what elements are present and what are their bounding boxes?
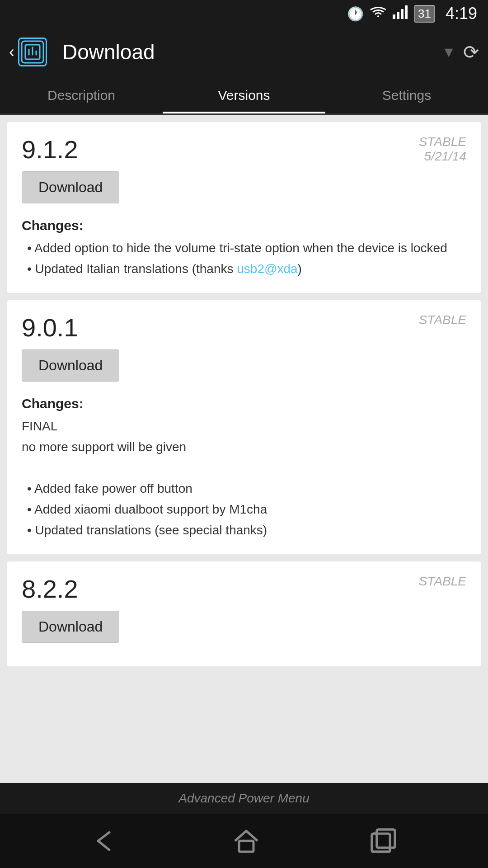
svg-rect-2 xyxy=(401,9,404,19)
version-badge-822: STABLE xyxy=(419,574,466,589)
refresh-icon[interactable]: ⟳ xyxy=(463,41,479,63)
nav-bar xyxy=(0,814,488,868)
versions-content: 9.1.2 STABLE 5/21/14 Download Changes: •… xyxy=(0,115,488,783)
app-name-label: Advanced Power Menu xyxy=(178,791,310,806)
battery-icon: 31 xyxy=(414,5,435,23)
version-number-901: 9.0.1 xyxy=(22,313,78,342)
change-901-2: • Added xiaomi dualboot support by M1cha xyxy=(22,500,466,519)
status-time: 4:19 xyxy=(446,4,477,23)
version-header-901: 9.0.1 STABLE xyxy=(22,313,466,342)
version-header-822: 8.2.2 STABLE xyxy=(22,574,466,604)
tabs-bar: Description Versions Settings xyxy=(0,77,488,115)
sort-icon: ▼ xyxy=(441,44,456,61)
nav-recents-button[interactable] xyxy=(370,827,397,854)
change-item-2: • Updated Italian translations (thanks u… xyxy=(22,259,466,278)
change-spacer xyxy=(22,458,466,477)
version-header-912: 9.1.2 STABLE 5/21/14 xyxy=(22,135,466,164)
changes-text-912: • Added option to hide the volume tri-st… xyxy=(22,239,466,278)
version-number-912: 9.1.2 xyxy=(22,135,78,164)
svg-rect-1 xyxy=(397,12,399,19)
change-item-1: • Added option to hide the volume tri-st… xyxy=(22,239,466,258)
svg-rect-6 xyxy=(239,841,253,852)
change-901-1: • Added fake power off button xyxy=(22,479,466,498)
change-nosupport: no more support will be given xyxy=(22,438,466,457)
wifi-icon xyxy=(370,5,386,22)
version-card-901: 9.0.1 STABLE Download Changes: FINAL no … xyxy=(7,300,481,554)
nav-back-button[interactable] xyxy=(91,829,123,854)
change-final: FINAL xyxy=(22,417,466,436)
nav-home-button[interactable] xyxy=(233,827,260,854)
tab-versions[interactable]: Versions xyxy=(163,77,325,113)
svg-rect-0 xyxy=(393,14,395,19)
download-button-912[interactable]: Download xyxy=(22,171,119,203)
app-icon xyxy=(18,38,47,66)
status-icons: 🕐 31 4:19 xyxy=(347,4,477,23)
status-bar: 🕐 31 4:19 xyxy=(0,0,488,27)
badge-stable-822: STABLE xyxy=(419,574,466,589)
version-card-822: 8.2.2 STABLE Download xyxy=(7,561,481,666)
usb2xda-link[interactable]: usb2@xda xyxy=(237,262,297,276)
svg-rect-9 xyxy=(377,830,395,848)
badge-date-912: 5/21/14 xyxy=(419,149,466,164)
tab-description[interactable]: Description xyxy=(0,77,163,113)
top-bar: ‹ Download ▼ ⟳ xyxy=(0,27,488,77)
badge-stable-901: STABLE xyxy=(419,313,466,327)
version-badge-901: STABLE xyxy=(419,313,466,327)
signal-icon xyxy=(393,5,408,22)
download-button-901[interactable]: Download xyxy=(22,349,119,382)
changes-title-901: Changes: xyxy=(22,396,466,411)
changes-title-912: Changes: xyxy=(22,218,466,233)
tab-settings[interactable]: Settings xyxy=(325,77,488,113)
page-title: Download xyxy=(62,40,441,64)
svg-rect-3 xyxy=(405,5,408,19)
back-icon[interactable]: ‹ xyxy=(9,38,47,66)
clock-icon: 🕐 xyxy=(347,6,364,22)
changes-section-912: Changes: • Added option to hide the volu… xyxy=(22,218,466,278)
version-badge-912: STABLE 5/21/14 xyxy=(419,135,466,164)
changes-section-901: Changes: FINAL no more support will be g… xyxy=(22,396,466,540)
changes-text-901: FINAL no more support will be given • Ad… xyxy=(22,417,466,540)
badge-stable-912: STABLE xyxy=(419,135,466,149)
version-number-822: 8.2.2 xyxy=(22,574,78,604)
change-901-3: • Updated translations (see special than… xyxy=(22,521,466,540)
back-arrow-icon[interactable]: ‹ xyxy=(9,42,14,61)
version-card-912: 9.1.2 STABLE 5/21/14 Download Changes: •… xyxy=(7,122,481,293)
bottom-app-name-bar: Advanced Power Menu xyxy=(0,783,488,814)
download-button-822[interactable]: Download xyxy=(22,611,119,643)
